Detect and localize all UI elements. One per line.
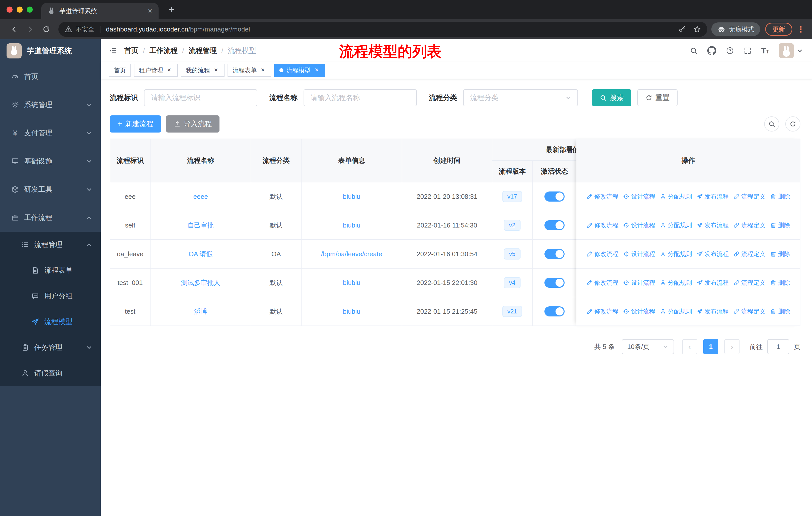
delete-process-link[interactable]: 删除 (770, 279, 790, 287)
page-1-button[interactable]: 1 (703, 339, 718, 354)
tag-process-form[interactable]: 流程表单 × (228, 64, 271, 77)
form-info-link[interactable]: biubiu (343, 221, 360, 229)
sidebar-item-user-group[interactable]: 用户分组 (0, 283, 101, 309)
assign-rule-link[interactable]: 分配规则 (660, 307, 692, 316)
design-process-link[interactable]: 设计流程 (623, 221, 655, 229)
publish-process-link[interactable]: 发布流程 (696, 307, 729, 316)
tag-my-process[interactable]: 我的流程 × (181, 64, 225, 77)
tab-close-icon[interactable]: × (145, 6, 154, 16)
sidebar-item-infrastructure[interactable]: 基础设施 (0, 147, 101, 175)
process-definition-link[interactable]: 流程定义 (733, 250, 765, 258)
search-icon[interactable] (690, 47, 698, 55)
design-process-link[interactable]: 设计流程 (623, 279, 655, 287)
tag-home[interactable]: 首页 (109, 64, 131, 77)
publish-process-link[interactable]: 发布流程 (696, 279, 729, 287)
edit-process-link[interactable]: 修改流程 (586, 221, 618, 229)
fullscreen-icon[interactable] (744, 47, 752, 55)
sidebar-item-process-manage[interactable]: 流程管理 (0, 232, 101, 257)
create-process-button[interactable]: + 新建流程 (110, 115, 161, 133)
edit-process-link[interactable]: 修改流程 (586, 192, 618, 200)
filter-name-input[interactable] (303, 89, 417, 106)
search-button[interactable]: 搜索 (592, 89, 631, 106)
active-toggle[interactable] (545, 191, 564, 201)
refresh-table-button[interactable] (785, 116, 801, 132)
prev-page-button[interactable]: ‹ (682, 339, 697, 354)
sidebar-item-task-manage[interactable]: 任务管理 (0, 334, 101, 360)
github-icon[interactable] (707, 46, 716, 55)
active-toggle[interactable] (545, 220, 564, 230)
browser-menu-icon[interactable]: ⋮ (796, 24, 805, 34)
help-icon[interactable] (726, 47, 734, 55)
process-definition-link[interactable]: 流程定义 (733, 221, 765, 229)
tag-close-icon[interactable]: × (166, 67, 173, 74)
goto-page-input[interactable] (767, 339, 789, 354)
publish-process-link[interactable]: 发布流程 (696, 192, 729, 200)
font-size-icon[interactable]: TT (761, 47, 769, 55)
active-toggle[interactable] (545, 249, 564, 259)
breadcrumb-item-workflow[interactable]: 工作流程 (149, 46, 178, 55)
process-name-link[interactable]: OA 请假 (188, 250, 212, 259)
new-tab-button[interactable]: + (165, 3, 178, 17)
breadcrumb-item-home[interactable]: 首页 (124, 46, 139, 55)
design-process-link[interactable]: 设计流程 (623, 192, 655, 200)
edit-process-link[interactable]: 修改流程 (586, 307, 618, 316)
reset-button[interactable]: 重置 (637, 89, 677, 106)
form-info-link[interactable]: biubiu (343, 308, 360, 316)
update-button[interactable]: 更新 (765, 23, 792, 36)
sidebar-item-workflow[interactable]: 工作流程 (0, 203, 101, 232)
reload-icon[interactable] (42, 25, 50, 33)
design-process-link[interactable]: 设计流程 (623, 307, 655, 316)
assign-rule-link[interactable]: 分配规则 (660, 250, 692, 258)
sidebar-item-process-model[interactable]: 流程模型 (0, 309, 101, 334)
active-toggle[interactable] (545, 278, 564, 288)
sidebar-item-leave-query[interactable]: 请假查询 (0, 360, 101, 386)
window-minimize-button[interactable] (17, 6, 23, 12)
process-name-link[interactable]: 自己审批 (187, 221, 214, 230)
process-name-link[interactable]: eeee (193, 193, 208, 200)
assign-rule-link[interactable]: 分配规则 (660, 221, 692, 229)
back-icon[interactable] (10, 25, 18, 33)
tag-tenant-manage[interactable]: 租户管理 × (134, 64, 178, 77)
sidebar-item-system[interactable]: 系统管理 (0, 91, 101, 119)
process-definition-link[interactable]: 流程定义 (733, 279, 765, 287)
form-info-link[interactable]: /bpm/oa/leave/create (321, 250, 382, 258)
sidebar-item-devtools[interactable]: 研发工具 (0, 175, 101, 203)
sidebar-toggle-icon[interactable] (109, 47, 117, 55)
filter-category-select[interactable]: 流程分类 (463, 89, 578, 106)
tag-process-model[interactable]: 流程模型 × (274, 64, 325, 77)
window-close-button[interactable] (6, 6, 12, 12)
form-info-link[interactable]: biubiu (343, 193, 360, 200)
publish-process-link[interactable]: 发布流程 (696, 250, 729, 258)
page-size-select[interactable]: 10条/页 (622, 339, 674, 354)
filter-id-input[interactable] (144, 89, 257, 106)
delete-process-link[interactable]: 删除 (770, 221, 790, 229)
sidebar-item-payment[interactable]: ¥ 支付管理 (0, 119, 101, 147)
delete-process-link[interactable]: 删除 (770, 250, 790, 258)
tag-close-icon[interactable]: × (313, 67, 320, 74)
import-process-button[interactable]: 导入流程 (166, 115, 220, 133)
window-zoom-button[interactable] (27, 6, 33, 12)
design-process-link[interactable]: 设计流程 (623, 250, 655, 258)
process-name-link[interactable]: 滔博 (194, 307, 207, 316)
breadcrumb-item-process-manage[interactable]: 流程管理 (189, 46, 217, 55)
edit-process-link[interactable]: 修改流程 (586, 279, 618, 287)
tag-close-icon[interactable]: × (212, 67, 220, 74)
form-info-link[interactable]: biubiu (343, 279, 360, 287)
tag-close-icon[interactable]: × (259, 67, 266, 74)
process-definition-link[interactable]: 流程定义 (733, 192, 765, 200)
sidebar-item-home[interactable]: 首页 (0, 62, 101, 91)
address-bar[interactable]: 不安全 dashboard.yudao.iocoder.cn/bpm/manag… (58, 22, 707, 37)
toggle-search-button[interactable] (764, 116, 779, 132)
publish-process-link[interactable]: 发布流程 (696, 221, 729, 229)
next-page-button[interactable]: › (724, 339, 740, 354)
password-key-icon[interactable] (678, 25, 686, 33)
bookmark-star-icon[interactable] (693, 25, 701, 33)
sidebar-item-process-form[interactable]: 流程表单 (0, 257, 101, 283)
active-toggle[interactable] (545, 306, 564, 317)
delete-process-link[interactable]: 删除 (770, 307, 790, 316)
assign-rule-link[interactable]: 分配规则 (660, 279, 692, 287)
edit-process-link[interactable]: 修改流程 (586, 250, 618, 258)
delete-process-link[interactable]: 删除 (770, 192, 790, 200)
forward-icon[interactable] (26, 25, 34, 33)
process-definition-link[interactable]: 流程定义 (733, 307, 765, 316)
